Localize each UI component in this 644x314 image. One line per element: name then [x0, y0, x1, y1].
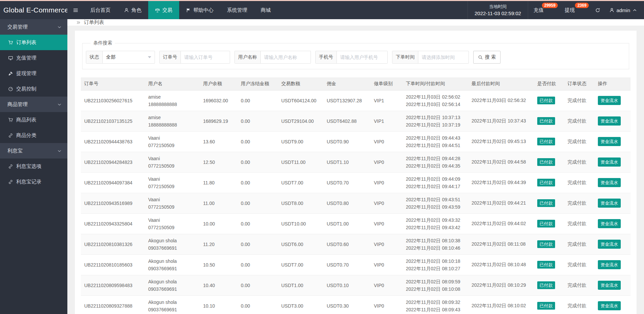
- fund-flow-button[interactable]: 资金流水: [598, 281, 621, 290]
- user-menu[interactable]: admin: [605, 1, 644, 19]
- fund-flow-button[interactable]: 资金流水: [598, 116, 621, 126]
- order-status: 完成付款: [568, 303, 586, 308]
- status-cell: 完成付款: [564, 254, 594, 275]
- sidebar-group-goods-mgmt[interactable]: 商品管理: [0, 97, 67, 112]
- paid-status-badge: 已付款: [537, 302, 555, 310]
- user-cell: Vaani0772150509: [145, 213, 200, 234]
- sidebar-item-lixibao-options[interactable]: 利息宝选项: [0, 159, 67, 174]
- nav-item-mall-label: 商城: [261, 7, 271, 13]
- commission: USDT0.70: [327, 262, 349, 268]
- action-cell: 资金流水: [594, 213, 631, 234]
- order-time-input[interactable]: [418, 51, 469, 63]
- nav-item-role[interactable]: 角色: [117, 1, 148, 19]
- last-pay-time-cell: 2022年11月02日 09:44:39: [468, 172, 534, 193]
- phone-input[interactable]: [337, 51, 387, 63]
- commission: USDT1.10: [327, 160, 349, 165]
- frozen-cell: 0.00: [237, 295, 278, 314]
- vip-level: VIP0: [374, 221, 384, 226]
- nav-item-help[interactable]: 帮助中心: [179, 1, 220, 19]
- sidebar-item-recharge-mgmt[interactable]: 充值管理: [0, 50, 67, 66]
- nav-item-trade[interactable]: 交易: [148, 1, 179, 19]
- status-cell: 完成付款: [564, 172, 594, 193]
- fund-flow-button[interactable]: 资金流水: [598, 301, 621, 310]
- order-time: 2022年11月02日 10:37:13: [406, 114, 465, 121]
- order-pay-time-cell: 2022年11月02日 08:09:322022年11月02日 08:09:43: [402, 295, 468, 314]
- refresh-button[interactable]: [590, 1, 605, 19]
- sidebar-item-trade-control[interactable]: 交易控制: [0, 81, 67, 97]
- user-name: Vaani: [148, 155, 196, 162]
- sidebar-item-lixibao-records[interactable]: 利息宝记录: [0, 174, 67, 189]
- balance-cell: 11.80: [200, 172, 237, 193]
- frozen-amount: 0.00: [241, 139, 250, 144]
- chevron-down-icon: [57, 25, 62, 30]
- status-select[interactable]: 全部: [103, 51, 155, 63]
- user-balance: 10.10: [203, 303, 215, 309]
- pay-time: 2022年11月02日 08:10:27: [406, 265, 465, 272]
- recharge-label: 充值: [534, 7, 544, 13]
- nav-item-home[interactable]: 后台首页: [84, 1, 117, 19]
- table-row: UB2211020944438763Vaani077215050913.600.…: [81, 131, 631, 152]
- last-pay-time: 2022年11月02日 09:44:39: [472, 180, 526, 185]
- user-cell: Vaani0772150509: [145, 172, 200, 193]
- user-cell: Vaani0772150509: [145, 193, 200, 213]
- order-no-cell: UB2211021037135125: [81, 111, 145, 131]
- sidebar-group-lixibao[interactable]: 利息宝: [0, 143, 67, 159]
- user-phone: 0772150509: [148, 183, 196, 190]
- fund-flow-button[interactable]: 资金流水: [598, 158, 621, 167]
- last-pay-time: 2022年11月02日 09:44:58: [472, 159, 526, 165]
- recharge-button[interactable]: 充值 29959: [528, 1, 559, 19]
- search-button[interactable]: 搜 索: [473, 51, 501, 64]
- fund-flow-button[interactable]: 资金流水: [598, 137, 621, 146]
- level-cell: VIP0: [371, 275, 402, 295]
- nav-item-mall[interactable]: 商城: [254, 1, 278, 19]
- paid-cell: 已付款: [534, 172, 564, 193]
- table-row: UB2211020809327888Akogun shola0903766969…: [81, 295, 631, 314]
- user-phone: 09037669691: [148, 244, 196, 252]
- user-name: amise: [148, 93, 196, 101]
- user-cell: Akogun shola09037669691: [145, 275, 200, 295]
- nav-item-system[interactable]: 系统管理: [220, 1, 254, 19]
- sidebar-item-withdraw-mgmt[interactable]: 提现管理: [0, 66, 67, 81]
- menu-icon: [73, 7, 78, 13]
- local-time-block: 当地时间 2022-11-03 02:59:02: [468, 1, 528, 19]
- sidebar-toggle-button[interactable]: [67, 1, 84, 19]
- order-status: 完成付款: [568, 241, 586, 247]
- user-cell: Akogun shola09037669691: [145, 234, 200, 254]
- order-status: 完成付款: [568, 180, 586, 185]
- scale-icon: [155, 8, 160, 13]
- username-input[interactable]: [261, 51, 311, 63]
- sidebar-item-goods-category[interactable]: 商品分类: [0, 128, 67, 143]
- withdraw-button[interactable]: 提现 2369: [559, 1, 590, 19]
- local-time-value: 2022-11-03 02:59:02: [475, 10, 521, 17]
- user-name: Vaani: [148, 216, 196, 224]
- order-no-input[interactable]: [181, 51, 230, 63]
- link-icon: [8, 164, 13, 169]
- user-phone: 0772150509: [148, 162, 196, 170]
- sidebar-group-trade-mgmt[interactable]: 交易管理: [0, 19, 67, 35]
- paid-status-badge: 已付款: [537, 240, 555, 248]
- order-no: UB2211020943325804: [84, 221, 132, 226]
- frozen-amount: 0.00: [241, 283, 250, 288]
- trade-amount: USDT29104.00: [281, 118, 314, 124]
- vip-level: VIP0: [374, 262, 384, 268]
- status-cell: 完成付款: [564, 275, 594, 295]
- user-cell: Akogun shola09037669691: [145, 295, 200, 314]
- vip-level: VIP1: [374, 98, 384, 103]
- fund-flow-button[interactable]: 资金流水: [598, 260, 621, 269]
- fund-flow-button[interactable]: 资金流水: [598, 178, 621, 187]
- action-cell: 资金流水: [594, 111, 631, 131]
- amount-cell: USDT6.00: [278, 234, 323, 254]
- sidebar-item-order-list-label: 订单列表: [16, 39, 36, 46]
- sidebar-item-order-list[interactable]: 订单列表: [0, 35, 67, 50]
- fund-flow-button[interactable]: 资金流水: [598, 240, 621, 249]
- withdraw-badge: 2369: [575, 3, 589, 8]
- fund-flow-button[interactable]: 资金流水: [598, 96, 621, 105]
- balance-cell: 11.00: [200, 193, 237, 213]
- order-no: UB2211020810381326: [84, 242, 132, 247]
- sidebar-item-goods-list[interactable]: 商品列表: [0, 112, 67, 128]
- fund-flow-button[interactable]: 资金流水: [598, 219, 621, 228]
- fund-flow-button[interactable]: 资金流水: [598, 199, 621, 208]
- commission-cell: USDT0.70: [323, 172, 371, 193]
- user-cell: amise18888888888: [145, 111, 200, 131]
- breadcrumb: 订单列表: [67, 19, 644, 26]
